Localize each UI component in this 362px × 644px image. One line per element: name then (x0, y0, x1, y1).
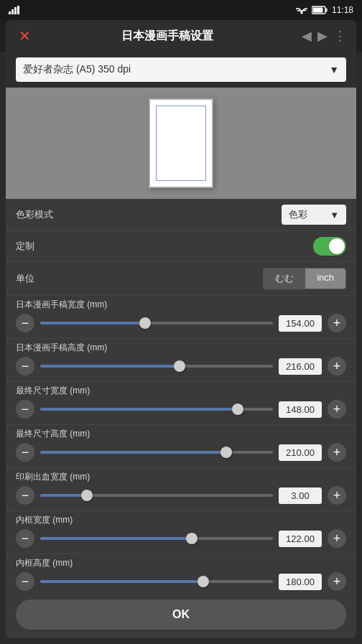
preset-arrow-icon: ▼ (329, 64, 339, 75)
preset-selector-area: 爱好者杂志 (A5) 350 dpi ▼ (6, 52, 356, 88)
preview-area (6, 88, 356, 199)
slider-controls-1: − 216.00 + (16, 357, 346, 375)
ok-button[interactable]: OK (16, 599, 346, 630)
slider-thumb-4 (81, 490, 93, 501)
slider-controls-5: − 122.00 + (16, 529, 346, 548)
custom-toggle[interactable] (313, 237, 346, 256)
battery-icon (312, 6, 328, 14)
slider-track-6[interactable] (40, 580, 273, 583)
dialog-header: ✕ 日本漫画手稿设置 ◀ ▶ ⋮ (6, 20, 356, 52)
paper-preview (149, 98, 213, 188)
svg-rect-1 (11, 9, 14, 14)
slider-value-5: 122.00 (279, 531, 322, 547)
slider-value-2: 148.00 (279, 401, 322, 418)
toggle-thumb (329, 238, 345, 254)
paper-inner-frame (156, 106, 206, 181)
time-display: 11:18 (332, 5, 353, 15)
slider-row-5: 内框宽度 (mm) − 122.00 + (6, 511, 356, 554)
slider-row-1: 日本漫画手稿高度 (mm) − 216.00 + (6, 339, 356, 382)
unit-btn-mm[interactable]: むむ (264, 269, 305, 289)
slider-row-0: 日本漫画手稿宽度 (mm) − 154.00 + (6, 296, 356, 339)
dialog: ✕ 日本漫画手稿设置 ◀ ▶ ⋮ 爱好者杂志 (A5) 350 dpi ▼ 色彩… (6, 20, 356, 638)
slider-thumb-2 (232, 403, 243, 415)
slider-minus-2[interactable]: − (16, 400, 34, 419)
signal-icon (9, 6, 20, 14)
color-mode-value: 色彩 (289, 208, 307, 221)
slider-label-3: 最终尺寸高度 (mm) (16, 428, 346, 440)
slider-plus-3[interactable]: + (328, 443, 346, 462)
slider-plus-6[interactable]: + (328, 572, 346, 591)
slider-row-2: 最终尺寸宽度 (mm) − 148.00 + (6, 382, 356, 425)
slider-minus-1[interactable]: − (16, 357, 34, 375)
slider-track-0[interactable] (40, 322, 273, 325)
slider-controls-4: − 3.00 + (16, 486, 346, 505)
preset-value: 爱好者杂志 (A5) 350 dpi (23, 63, 131, 76)
slider-fill-1 (40, 365, 180, 368)
slider-label-1: 日本漫画手稿高度 (mm) (16, 342, 346, 354)
slider-row-4: 印刷出血宽度 (mm) − 3.00 + (6, 468, 356, 511)
slider-fill-0 (40, 322, 145, 325)
dialog-title: 日本漫画手稿设置 (33, 29, 302, 44)
prev-icon[interactable]: ◀ (302, 28, 312, 44)
slider-label-6: 内框高度 (mm) (16, 557, 346, 569)
slider-minus-5[interactable]: − (16, 529, 34, 548)
unit-row: 单位 むむ inch (6, 262, 356, 296)
slider-thumb-0 (139, 317, 151, 329)
svg-rect-6 (325, 9, 327, 12)
svg-rect-7 (312, 8, 322, 13)
status-left (9, 6, 20, 14)
slider-fill-6 (40, 580, 203, 583)
slider-label-2: 最终尺寸宽度 (mm) (16, 385, 346, 397)
custom-row: 定制 (6, 231, 356, 262)
slider-value-1: 216.00 (279, 358, 322, 375)
color-mode-arrow-icon: ▼ (330, 210, 339, 220)
slider-track-5[interactable] (40, 537, 273, 540)
unit-btn-inch[interactable]: inch (305, 269, 345, 289)
slider-fill-5 (40, 537, 192, 540)
slider-thumb-6 (198, 576, 209, 587)
svg-rect-2 (14, 7, 17, 14)
wifi-icon (296, 6, 307, 14)
settings-content[interactable]: 色彩模式 色彩 ▼ 定制 单位 むむ inch 日本漫画手稿宽度 (mm) (6, 199, 356, 592)
slider-track-3[interactable] (40, 451, 273, 454)
dialog-nav-icons: ◀ ▶ ⋮ (302, 28, 346, 44)
slider-minus-3[interactable]: − (16, 443, 34, 462)
unit-buttons: むむ inch (263, 268, 346, 289)
slider-track-2[interactable] (40, 408, 273, 411)
slider-minus-6[interactable]: − (16, 572, 34, 591)
unit-label: 单位 (16, 272, 34, 285)
slider-thumb-1 (174, 360, 185, 372)
slider-plus-5[interactable]: + (328, 529, 346, 548)
slider-thumb-5 (186, 533, 198, 544)
next-icon[interactable]: ▶ (317, 28, 328, 44)
svg-rect-0 (9, 11, 11, 14)
color-mode-dropdown[interactable]: 色彩 ▼ (282, 205, 346, 225)
close-button[interactable]: ✕ (16, 27, 33, 45)
slider-plus-2[interactable]: + (328, 400, 346, 419)
slider-minus-0[interactable]: − (16, 314, 34, 332)
status-bar: 11:18 (0, 0, 362, 20)
more-icon[interactable]: ⋮ (333, 28, 346, 44)
slider-plus-0[interactable]: + (328, 314, 346, 332)
slider-value-0: 154.00 (279, 315, 322, 332)
slider-controls-0: − 154.00 + (16, 314, 346, 332)
slider-plus-4[interactable]: + (328, 486, 346, 505)
custom-label: 定制 (16, 240, 34, 253)
slider-value-6: 180.00 (279, 574, 322, 590)
svg-rect-3 (17, 6, 19, 14)
slider-row-3: 最终尺寸高度 (mm) − 210.00 + (6, 425, 356, 468)
slider-label-0: 日本漫画手稿宽度 (mm) (16, 299, 346, 311)
color-mode-label: 色彩模式 (16, 208, 53, 221)
slider-plus-1[interactable]: + (328, 357, 346, 375)
status-right: 11:18 (296, 5, 353, 15)
slider-fill-4 (40, 494, 87, 497)
slider-controls-2: − 148.00 + (16, 400, 346, 419)
slider-thumb-3 (221, 447, 232, 458)
slider-track-4[interactable] (40, 494, 273, 497)
preset-dropdown[interactable]: 爱好者杂志 (A5) 350 dpi ▼ (16, 57, 346, 82)
slider-track-1[interactable] (40, 365, 273, 368)
svg-point-4 (300, 11, 302, 14)
slider-value-3: 210.00 (279, 444, 322, 461)
slider-minus-4[interactable]: − (16, 486, 34, 505)
slider-value-4: 3.00 (279, 487, 322, 504)
